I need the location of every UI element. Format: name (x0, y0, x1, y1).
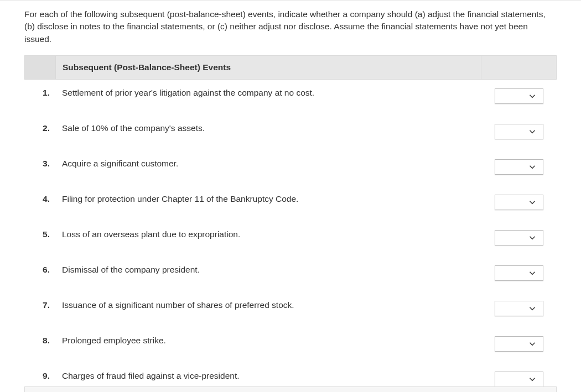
header-spacer (25, 56, 56, 79)
table-row: 5. Loss of an overseas plant due to expr… (24, 221, 557, 257)
table-row: 1. Settlement of prior year's litigation… (24, 80, 557, 115)
row-number: 7. (24, 299, 55, 312)
row-control (481, 228, 557, 245)
row-number: 5. (24, 228, 55, 242)
row-text: Sale of 10% of the company's assets. (55, 122, 481, 134)
answer-dropdown-5[interactable] (495, 230, 543, 245)
row-number: 4. (24, 192, 55, 206)
table-row: 6. Dismissal of the company president. (24, 257, 557, 292)
answer-dropdown-9[interactable] (495, 372, 543, 387)
table-header-row: Subsequent (Post-Balance-Sheet) Events (24, 55, 557, 80)
answer-dropdown-1[interactable] (495, 88, 543, 104)
row-number: 2. (24, 122, 55, 135)
row-control (481, 334, 557, 352)
row-number: 3. (24, 157, 55, 171)
page: For each of the following subsequent (po… (0, 0, 581, 392)
answer-dropdown-4[interactable] (495, 195, 543, 210)
chevron-down-icon (527, 197, 537, 207)
events-table: Subsequent (Post-Balance-Sheet) Events 1… (24, 55, 557, 392)
header-answer-spacer (481, 56, 556, 79)
table-row: 8. Prolonged employee strike. (24, 327, 557, 363)
row-text: Filing for protection under Chapter 11 o… (55, 192, 481, 205)
answer-dropdown-2[interactable] (495, 124, 543, 139)
row-control (481, 157, 557, 175)
row-text: Loss of an overseas plant due to expropr… (55, 228, 481, 241)
row-text: Charges of fraud filed against a vice-pr… (55, 369, 481, 382)
row-control (481, 192, 557, 210)
chevron-down-icon (527, 374, 537, 384)
chevron-down-icon (527, 233, 537, 243)
row-control (481, 299, 557, 316)
row-number: 8. (24, 334, 55, 348)
answer-dropdown-7[interactable] (495, 301, 543, 316)
bottom-panel-edge (24, 386, 557, 392)
instructions-text: For each of the following subsequent (po… (0, 1, 581, 55)
row-control (481, 122, 557, 139)
row-number: 6. (24, 263, 55, 277)
table-row: 4. Filing for protection under Chapter 1… (24, 186, 557, 221)
row-control (481, 86, 557, 104)
row-control (481, 263, 557, 281)
chevron-down-icon (527, 339, 537, 349)
row-text: Dismissal of the company president. (55, 263, 481, 276)
chevron-down-icon (527, 162, 537, 172)
chevron-down-icon (527, 268, 537, 278)
row-text: Acquire a significant customer. (55, 157, 481, 170)
row-number: 9. (24, 369, 55, 383)
table-row: 2. Sale of 10% of the company's assets. (24, 115, 557, 150)
row-text: Prolonged employee strike. (55, 334, 481, 347)
chevron-down-icon (527, 127, 537, 137)
answer-dropdown-3[interactable] (495, 159, 543, 175)
chevron-down-icon (527, 304, 537, 313)
header-title: Subsequent (Post-Balance-Sheet) Events (56, 62, 481, 72)
row-text: Settlement of prior year's litigation ag… (55, 86, 481, 99)
table-row: 3. Acquire a significant customer. (24, 150, 557, 186)
answer-dropdown-6[interactable] (495, 265, 543, 281)
table-row: 7. Issuance of a significant number of s… (24, 292, 557, 327)
chevron-down-icon (527, 91, 537, 101)
answer-dropdown-8[interactable] (495, 336, 543, 352)
row-text: Issuance of a significant number of shar… (55, 299, 481, 311)
row-control (481, 369, 557, 387)
row-number: 1. (24, 86, 55, 100)
